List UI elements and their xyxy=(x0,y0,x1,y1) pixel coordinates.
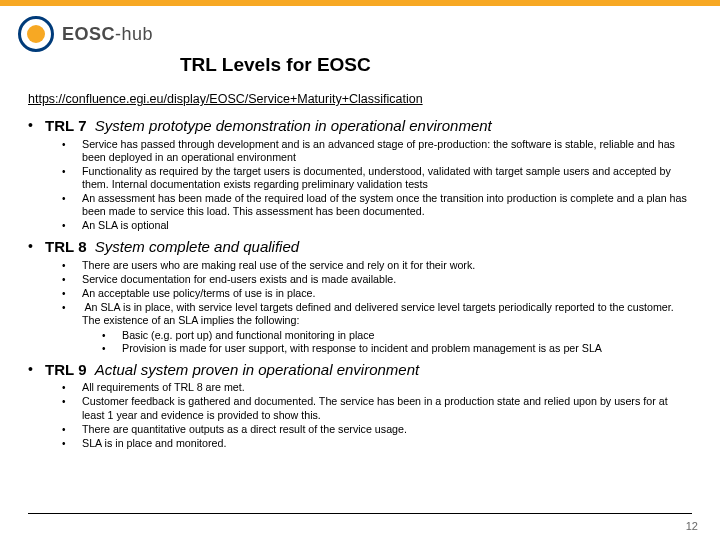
footer-divider xyxy=(28,513,692,514)
page-number: 12 xyxy=(686,520,698,532)
trl9-bullet: All requirements of TRL 8 are met. xyxy=(72,381,692,394)
trl9-bullet: There are quantitative outputs as a dire… xyxy=(72,423,692,436)
trl7-bullet: Service has passed through development a… xyxy=(72,138,692,164)
trl8-subbullet: Basic (e.g. port up) and functional moni… xyxy=(112,329,692,342)
logo-text: EOSC-hub xyxy=(62,24,153,45)
logo-icon xyxy=(18,16,54,52)
trl7-bullet: Functionality as required by the target … xyxy=(72,165,692,191)
page-title: TRL Levels for EOSC xyxy=(180,54,720,76)
reference-link[interactable]: https://confluence.egi.eu/display/EOSC/S… xyxy=(28,92,692,107)
logo-block: EOSC-hub xyxy=(0,6,720,52)
trl8-section: TRL 8 System complete and qualified Ther… xyxy=(28,238,692,354)
trl9-bullet: Customer feedback is gathered and docume… xyxy=(72,395,692,421)
trl8-bullet: There are users who are making real use … xyxy=(72,259,692,272)
trl9-section: TRL 9 Actual system proven in operationa… xyxy=(28,361,692,450)
trl8-bullet: Service documentation for end-users exis… xyxy=(72,273,692,286)
trl7-bullet: An assessment has been made of the requi… xyxy=(72,192,692,218)
trl7-section: TRL 7 System prototype demonstration in … xyxy=(28,117,692,232)
trl8-bullet: An SLA is in place, with service level t… xyxy=(72,301,692,355)
trl9-bullet: SLA is in place and monitored. xyxy=(72,437,692,450)
content-area: https://confluence.egi.eu/display/EOSC/S… xyxy=(0,76,720,450)
trl8-bullet: An acceptable use policy/terms of use is… xyxy=(72,287,692,300)
trl8-subbullet: Provision is made for user support, with… xyxy=(112,342,692,355)
trl7-bullet: An SLA is optional xyxy=(72,219,692,232)
